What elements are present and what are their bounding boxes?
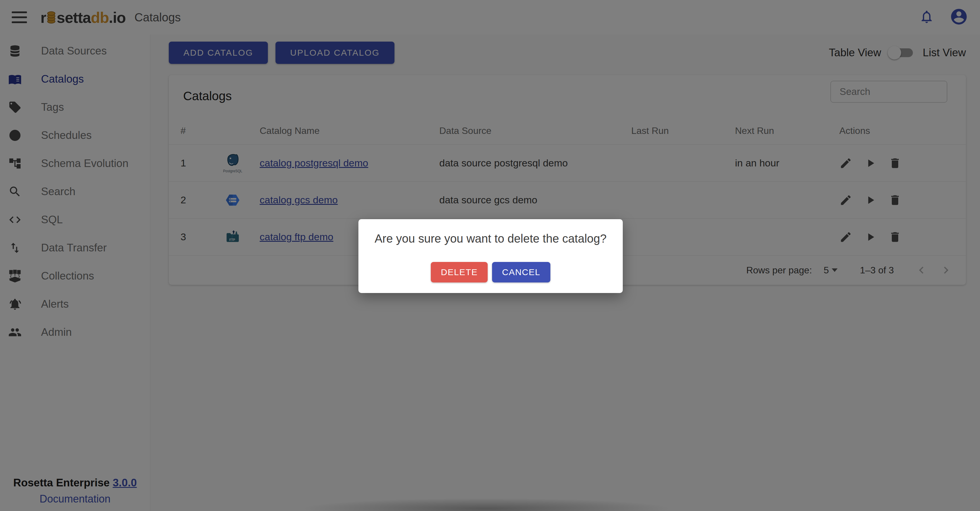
app-root: rsettadb.io Catalogs Data Sources Catalo… [0,0,980,511]
delete-confirm-dialog: Are you sure you want to delete the cata… [358,219,623,293]
dialog-message: Are you sure you want to delete the cata… [358,232,623,245]
delete-button[interactable]: DELETE [431,262,488,282]
dialog-actions: DELETE CANCEL [358,262,623,282]
cancel-button[interactable]: CANCEL [492,262,550,282]
